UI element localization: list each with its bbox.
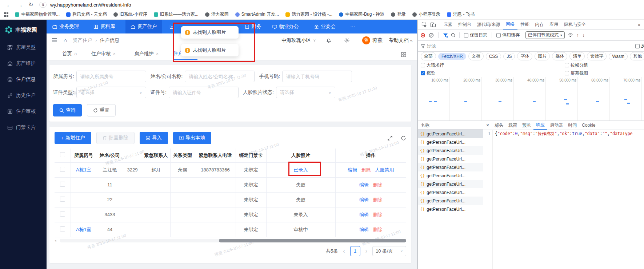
sidebar-item-house-type[interactable]: 房屋类型: [0, 39, 47, 55]
filter-chip[interactable]: 媒体: [552, 52, 567, 60]
phone-input[interactable]: [282, 71, 352, 82]
network-request-row[interactable]: {} getPersonFaceUrl...: [418, 197, 483, 205]
chevron-down-icon[interactable]: ∨: [313, 38, 316, 42]
back-icon[interactable]: ←: [4, 2, 15, 8]
bookmark-item[interactable]: 活力家园: [205, 11, 229, 17]
row-checkbox[interactable]: [60, 167, 65, 172]
export-har-icon[interactable]: ↓: [583, 33, 585, 38]
device-toolbar-icon[interactable]: [430, 22, 436, 28]
filter-chip[interactable]: 图片: [535, 52, 550, 60]
network-request-row[interactable]: {} getPersonFaceUrl...: [418, 171, 483, 180]
avatar[interactable]: 蒋: [362, 36, 370, 44]
face-status-select[interactable]: 请选择 ∨: [276, 87, 335, 98]
network-request-row[interactable]: {} getPersonFaceUrl...: [418, 130, 483, 138]
detail-tab[interactable]: Cookie: [579, 121, 598, 130]
disable-cache-checkbox[interactable]: 停用缓存: [496, 32, 520, 38]
nav-item-library[interactable]: 资料库: [93, 20, 115, 33]
home-icon[interactable]: ⌂: [64, 37, 67, 43]
sidebar-item-property-maintain[interactable]: 房产维护: [0, 55, 47, 71]
throttling-select[interactable]: 已停用节流模式 ▾: [525, 31, 565, 39]
overview-checkbox[interactable]: ✓ 概览: [421, 70, 435, 76]
checkbox[interactable]: [635, 44, 640, 48]
filter-chip[interactable]: Fetch/XHR: [438, 53, 466, 60]
nav-item-committee[interactable]: 业委会: [314, 20, 336, 33]
select-all-checkbox[interactable]: [60, 152, 65, 157]
apps-grid-icon[interactable]: [4, 12, 9, 17]
network-filter-input[interactable]: [427, 44, 547, 49]
network-conditions-icon[interactable]: [568, 33, 573, 37]
tab-resident-audit[interactable]: 住户审核 ×: [91, 47, 116, 60]
filter-chip[interactable]: 字体: [517, 52, 532, 60]
network-request-row[interactable]: {} getPersonFaceUrl...: [418, 180, 483, 188]
devtools-tab[interactable]: 源代码/来源: [474, 20, 503, 29]
devtools-tab[interactable]: 应用: [547, 20, 561, 29]
scrollbar-thumb[interactable]: [219, 239, 406, 242]
sidebar-item-access-card[interactable]: 门禁卡片: [0, 119, 47, 135]
filter-chip[interactable]: JS: [503, 53, 515, 60]
tab-property-maintain[interactable]: 房产维护 ×: [134, 47, 159, 60]
collapse-menu-icon[interactable]: [52, 38, 57, 43]
bookmark-item[interactable]: 幸福家园-Bug - 禅道: [339, 11, 384, 17]
network-request-row[interactable]: {} getPersonFaceUrl...: [418, 138, 483, 146]
forward-icon[interactable]: →: [15, 2, 25, 8]
room-link[interactable]: A栋1室: [76, 167, 91, 173]
site-settings-icon[interactable]: ⇅: [39, 2, 47, 8]
delete-link[interactable]: 删除: [373, 212, 383, 217]
devtools-tab[interactable]: 网络: [503, 20, 517, 29]
detail-tab[interactable]: 预览: [520, 121, 533, 130]
delete-link[interactable]: 删除: [373, 197, 383, 202]
filter-chip[interactable]: 清单: [569, 52, 585, 60]
page-number[interactable]: 1: [350, 246, 360, 256]
tab-home[interactable]: 首页 ⌂: [62, 47, 77, 60]
bookmark-item[interactable]: 幸福家园物业管理...: [15, 11, 60, 17]
horizontal-scrollbar[interactable]: ◂: [55, 238, 406, 243]
delete-link[interactable]: 删除: [373, 227, 383, 232]
face-status-link[interactable]: 已录入: [294, 167, 308, 173]
network-request-row[interactable]: {} getPersonFaceUrl...: [418, 155, 483, 163]
export-local-button[interactable]: 导出本地: [173, 132, 211, 144]
network-overview[interactable]: 10,000 ms20,000 ms30,000 ms40,000 ms50,0…: [418, 77, 644, 121]
filter-icon[interactable]: [443, 33, 448, 38]
network-request-row[interactable]: {} getPersonFaceUrl...: [418, 188, 483, 197]
nav-item-property-office[interactable]: 物业办公: [272, 20, 299, 33]
edit-link[interactable]: 编辑: [359, 182, 369, 187]
invert-filter-checkbox[interactable]: 反转: [635, 43, 644, 49]
breadcrumb-parent[interactable]: 资产住户: [73, 37, 92, 44]
filter-chip[interactable]: 文档: [468, 52, 484, 60]
page-size-select[interactable]: 10 条/页 ∨: [372, 246, 406, 256]
room-input[interactable]: [76, 71, 146, 82]
edit-link[interactable]: 编辑: [359, 197, 369, 202]
edit-link[interactable]: 编辑: [359, 227, 369, 232]
reset-button[interactable]: 重置: [87, 104, 116, 116]
bookmark-item[interactable]: 活力家园 - 设计稿 -...: [285, 11, 332, 17]
clear-icon[interactable]: [429, 33, 434, 38]
detail-tab[interactable]: 标头: [492, 121, 506, 130]
scrollbar-track[interactable]: [60, 239, 406, 242]
search-icon[interactable]: [451, 33, 456, 37]
bookmark-item[interactable]: SmartAdmin 开发...: [235, 11, 279, 17]
bookmark-item[interactable]: 旧系统-小程序: [113, 11, 147, 17]
scroll-left-icon[interactable]: ◂: [55, 239, 60, 242]
close-detail-icon[interactable]: ×: [483, 122, 492, 128]
nav-item-business[interactable]: 业务受理: [52, 20, 79, 33]
bell-icon[interactable]: [326, 37, 332, 43]
network-request-row[interactable]: {} getPersonFaceUrl...: [418, 163, 483, 171]
record-icon[interactable]: [421, 33, 425, 37]
refresh-icon[interactable]: [401, 135, 406, 141]
edit-link[interactable]: 编辑: [359, 212, 369, 217]
devtools-tab[interactable]: 内存: [532, 20, 547, 29]
fullscreen-icon[interactable]: [387, 135, 393, 141]
preserve-log-checkbox[interactable]: 保留日志: [464, 32, 487, 38]
close-icon[interactable]: ×: [156, 51, 159, 56]
bookmark-item[interactable]: 小程序登录: [412, 11, 440, 17]
detail-tab[interactable]: 启动器: [547, 121, 565, 130]
close-icon[interactable]: ×: [113, 51, 116, 56]
big-request-rows-checkbox[interactable]: 大请求行: [421, 62, 444, 68]
detail-tab[interactable]: 时间: [565, 121, 579, 130]
checkbox-checked[interactable]: ✓: [421, 71, 425, 75]
bookmark-item[interactable]: 腾讯文档 - 云文档: [66, 11, 107, 17]
nav-item-asset-resident[interactable]: 资产住户: [125, 20, 162, 33]
user-name[interactable]: 蒋燕: [372, 37, 382, 44]
url-text[interactable]: wy.happyhomeland.cn/#/resident-info: [50, 2, 131, 8]
sidebar-item-resident-info[interactable]: 住户信息: [0, 71, 47, 87]
